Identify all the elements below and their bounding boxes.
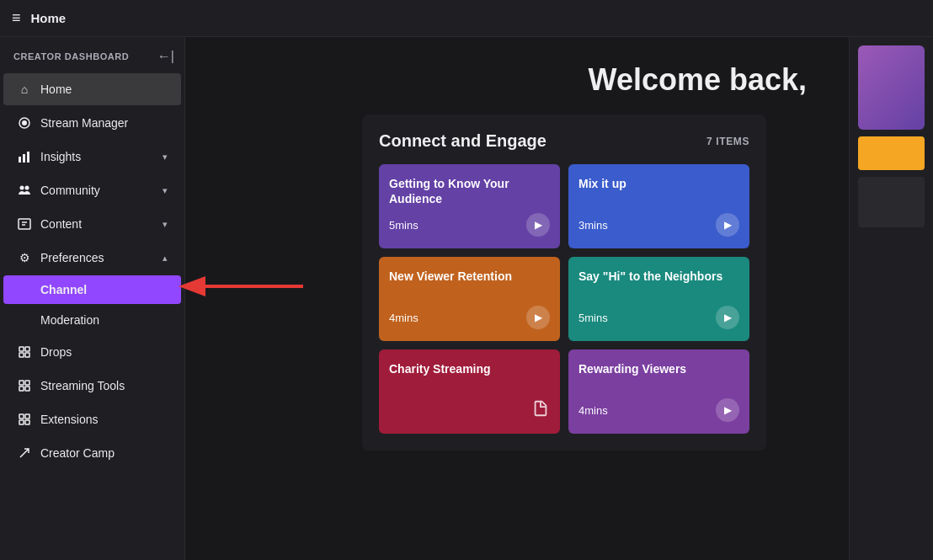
sidebar-item-label-stream-manager: Stream Manager — [40, 116, 168, 130]
card-mix-it-up[interactable]: Mix it up 3mins ▶ — [568, 164, 749, 248]
sidebar-item-label-home: Home — [40, 83, 168, 96]
card-say-hi[interactable]: Say "Hi" to the Neighbors 5mins ▶ — [568, 257, 749, 341]
right-panel-item-1 — [858, 45, 925, 130]
section-header: Connect and Engage 7 ITEMS — [379, 131, 749, 151]
section-count: 7 ITEMS — [706, 136, 749, 147]
svg-rect-17 — [25, 387, 29, 391]
section-card: Connect and Engage 7 ITEMS Getting to Kn… — [362, 115, 766, 451]
svg-rect-10 — [19, 347, 24, 351]
card-title-rewarding-viewers: Rewarding Viewers — [578, 361, 739, 376]
card-new-viewer-retention[interactable]: New Viewer Retention 4mins ▶ — [379, 257, 560, 341]
sidebar-item-label-preferences: Preferences — [40, 251, 154, 264]
card-title-getting-to-know: Getting to Know Your Audience — [389, 176, 550, 206]
card-doc-icon-charity — [531, 399, 550, 422]
sidebar-item-label-streaming-tools: Streaming Tools — [40, 379, 168, 392]
card-duration-getting-to-know: 5mins — [389, 219, 419, 232]
sidebar-item-label-community: Community — [40, 184, 154, 197]
sidebar-item-community[interactable]: Community ▾ — [3, 174, 181, 206]
svg-rect-18 — [19, 414, 24, 419]
sidebar: CREATOR DASHBOARD ←| ⌂ Home Stream Manag… — [0, 37, 185, 560]
sidebar-item-streaming-tools[interactable]: Streaming Tools — [3, 370, 181, 402]
sidebar-item-label-creator-camp: Creator Camp — [40, 446, 168, 460]
content-icon — [17, 216, 32, 232]
card-footer-mix-it-up: 3mins ▶ — [578, 213, 739, 237]
svg-rect-11 — [25, 347, 29, 351]
card-rewarding-viewers[interactable]: Rewarding Viewers 4mins ▶ — [568, 349, 749, 434]
right-panel — [849, 37, 933, 560]
sidebar-item-insights[interactable]: Insights ▾ — [3, 141, 181, 173]
extensions-icon — [17, 412, 32, 427]
sidebar-collapse-button[interactable]: ←| — [157, 49, 174, 64]
sidebar-item-home[interactable]: ⌂ Home — [3, 73, 181, 105]
insights-chevron-icon: ▾ — [163, 152, 168, 163]
menu-icon[interactable]: ≡ — [12, 9, 21, 27]
sidebar-item-preferences[interactable]: ⚙ Preferences ▴ — [3, 242, 181, 274]
svg-rect-16 — [19, 387, 24, 391]
card-play-mix-it-up[interactable]: ▶ — [716, 213, 739, 237]
card-duration-new-viewer-retention: 4mins — [389, 312, 419, 324]
card-footer-new-viewer-retention: 4mins ▶ — [389, 306, 550, 329]
streaming-tools-icon — [17, 378, 32, 393]
sidebar-subitem-label-channel: Channel — [40, 283, 87, 296]
svg-rect-12 — [19, 353, 24, 357]
svg-rect-21 — [25, 420, 29, 424]
sidebar-item-creator-camp[interactable]: Creator Camp — [3, 437, 181, 469]
card-title-say-hi: Say "Hi" to the Neighbors — [578, 269, 739, 284]
welcome-title: Welcome back, — [211, 62, 807, 98]
card-duration-say-hi: 5mins — [578, 312, 608, 324]
topbar-title: Home — [31, 11, 67, 25]
sidebar-item-content[interactable]: Content ▾ — [3, 208, 181, 240]
card-title-new-viewer-retention: New Viewer Retention — [389, 269, 550, 284]
right-panel-item-3 — [858, 177, 925, 227]
sidebar-item-label-drops: Drops — [40, 345, 168, 359]
section-title: Connect and Engage — [379, 131, 546, 151]
card-charity-streaming[interactable]: Charity Streaming — [379, 349, 560, 434]
sidebar-item-extensions[interactable]: Extensions — [3, 403, 181, 435]
sidebar-item-stream-manager[interactable]: Stream Manager — [3, 107, 181, 139]
community-chevron-icon: ▾ — [163, 185, 168, 196]
preferences-chevron-icon: ▴ — [163, 253, 168, 264]
svg-rect-2 — [19, 157, 21, 163]
sidebar-header-label: CREATOR DASHBOARD — [13, 51, 129, 61]
svg-rect-4 — [27, 152, 29, 163]
card-footer-say-hi: 5mins ▶ — [578, 306, 739, 329]
card-footer-charity-streaming — [389, 399, 550, 422]
right-panel-item-2 — [858, 136, 925, 170]
svg-rect-15 — [25, 381, 29, 385]
svg-rect-19 — [25, 414, 29, 419]
topbar: ≡ Home — [0, 0, 933, 37]
community-icon — [17, 183, 32, 198]
card-title-mix-it-up: Mix it up — [578, 176, 739, 191]
card-play-new-viewer-retention[interactable]: ▶ — [526, 306, 550, 329]
card-duration-mix-it-up: 3mins — [578, 219, 608, 232]
card-duration-rewarding-viewers: 4mins — [578, 404, 608, 417]
svg-rect-13 — [25, 353, 29, 357]
card-getting-to-know[interactable]: Getting to Know Your Audience 5mins ▶ — [379, 164, 560, 248]
svg-point-5 — [20, 186, 24, 190]
svg-rect-20 — [19, 420, 24, 424]
creator-camp-icon — [17, 445, 32, 461]
sidebar-subitem-moderation[interactable]: Moderation — [3, 306, 181, 334]
annotation-arrow — [177, 265, 312, 311]
sidebar-item-label-extensions: Extensions — [40, 413, 168, 426]
sidebar-header: CREATOR DASHBOARD ←| — [0, 37, 184, 72]
home-icon: ⌂ — [17, 82, 32, 97]
insights-icon — [17, 149, 32, 164]
sidebar-subitem-channel[interactable]: Channel — [3, 275, 181, 304]
card-play-rewarding-viewers[interactable]: ▶ — [716, 398, 739, 422]
sidebar-item-drops[interactable]: Drops — [3, 336, 181, 368]
card-play-getting-to-know[interactable]: ▶ — [526, 213, 550, 237]
svg-point-0 — [22, 120, 27, 125]
card-footer-getting-to-know: 5mins ▶ — [389, 213, 550, 237]
preferences-icon: ⚙ — [17, 250, 32, 265]
card-play-say-hi[interactable]: ▶ — [716, 306, 739, 329]
layout: CREATOR DASHBOARD ←| ⌂ Home Stream Manag… — [0, 37, 933, 560]
svg-rect-3 — [23, 154, 25, 163]
drops-icon — [17, 344, 32, 360]
svg-rect-14 — [19, 381, 24, 385]
card-footer-rewarding-viewers: 4mins ▶ — [578, 398, 739, 422]
card-title-charity-streaming: Charity Streaming — [389, 361, 550, 376]
svg-point-6 — [25, 186, 29, 190]
sidebar-item-label-content: Content — [40, 217, 154, 231]
content-chevron-icon: ▾ — [163, 219, 168, 230]
